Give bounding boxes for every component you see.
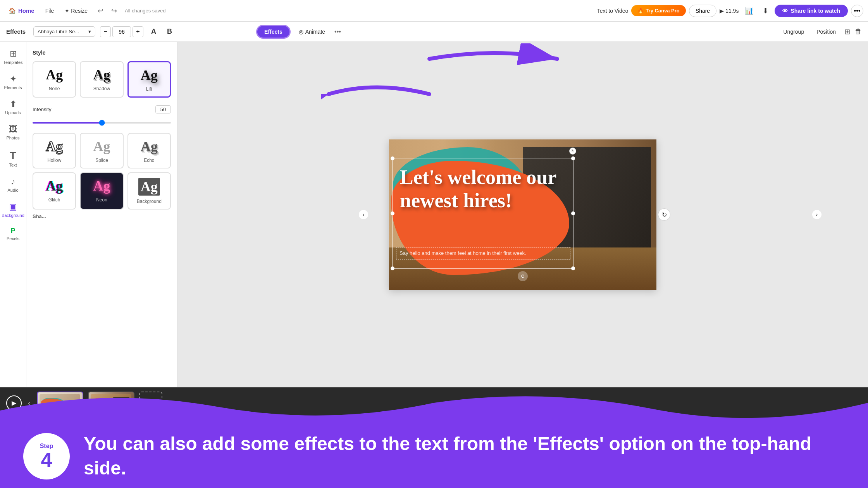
effect-none-label: None: [49, 86, 60, 91]
pexels-icon: P: [10, 227, 15, 235]
left-arrow-annotation: [321, 77, 437, 112]
effect-glitch-preview: Ag: [46, 178, 63, 194]
resize-label: Resize: [71, 8, 88, 14]
background-icon: ▣: [9, 202, 17, 212]
background-label: Background: [2, 213, 24, 218]
effect-lift-preview: Ag: [141, 67, 158, 83]
style-section-title: Style: [33, 50, 171, 56]
sidebar: ⊞ Templates ✦ Elements ⬆ Uploads 🖼 Photo…: [0, 42, 26, 387]
position-button[interactable]: Position: [813, 26, 840, 37]
sidebar-item-templates[interactable]: ⊞ Templates: [2, 45, 25, 69]
more-toolbar-options-button[interactable]: •••: [334, 28, 341, 35]
font-size-control: − +: [100, 26, 143, 37]
effect-shadow-label: Shadow: [93, 86, 110, 91]
intensity-slider[interactable]: [33, 122, 171, 124]
step-number: 4: [41, 450, 52, 470]
photos-label: Photos: [6, 136, 19, 140]
home-label: Home: [18, 7, 34, 14]
step-content: Step 4 You can also add some effects to …: [0, 432, 868, 480]
home-icon: 🏠: [9, 7, 16, 14]
effect-none-preview: Ag: [46, 67, 63, 83]
effect-lift-card[interactable]: Ag Lift: [127, 61, 171, 98]
effect-none-card[interactable]: Ag None: [33, 61, 76, 98]
saved-status: All changes saved: [125, 8, 166, 14]
ungroup-button[interactable]: Ungroup: [779, 26, 808, 37]
more-options-button[interactable]: •••: [851, 5, 863, 17]
text-label: Text: [9, 163, 17, 167]
try-pro-button[interactable]: 🔥 Try Canva Pro: [631, 5, 685, 16]
delete-icon[interactable]: 🗑: [855, 27, 862, 36]
sidebar-item-pexels[interactable]: P Pexels: [2, 223, 25, 245]
chart-icon-button[interactable]: 📊: [742, 5, 756, 17]
effect-background-card[interactable]: Ag Background: [127, 172, 171, 210]
effects-style-grid: Ag None Ag Shadow Ag Lift: [33, 61, 171, 98]
canvas-area[interactable]: ↻ Let's welcome our newest hires! Say he…: [177, 42, 868, 387]
effect-shadow-preview: Ag: [93, 67, 110, 83]
effect-lift-label: Lift: [146, 86, 152, 92]
effect-echo-preview: Ag: [141, 138, 158, 155]
transparency-icon[interactable]: ⊞: [844, 27, 850, 36]
templates-label: Templates: [3, 60, 22, 65]
canvas-headline: Let's welcome our newest hires!: [400, 166, 570, 212]
canvas-prev-button[interactable]: ‹: [359, 210, 368, 219]
intensity-row: Intensity: [33, 105, 171, 113]
effect-splice-card[interactable]: Ag Splice: [80, 133, 123, 168]
right-arrow-annotation: [425, 43, 565, 74]
chevron-down-icon: ▾: [88, 29, 91, 34]
undo-button[interactable]: ↩: [95, 5, 107, 17]
effects-button[interactable]: Effects: [257, 26, 289, 38]
eye-icon: 👁: [782, 8, 788, 14]
effect-splice-preview: Ag: [93, 138, 110, 155]
file-menu[interactable]: File: [41, 5, 58, 16]
sidebar-item-text[interactable]: T Text: [2, 146, 25, 171]
text-type-button[interactable]: A: [148, 26, 159, 37]
photos-icon: 🖼: [9, 124, 17, 134]
effect-hollow-card[interactable]: Ag Hollow: [33, 133, 76, 168]
text-to-video-label: Text to Video: [597, 8, 629, 14]
share-button[interactable]: Share: [689, 5, 716, 17]
redo-button[interactable]: ↪: [108, 5, 120, 17]
secondary-toolbar: Effects Abhaya Libre Se... ▾ − + A B Eff…: [0, 22, 868, 42]
refresh-button[interactable]: ↻: [658, 208, 670, 221]
effect-hollow-label: Hollow: [47, 158, 61, 163]
download-button[interactable]: ⬇: [760, 5, 772, 17]
font-size-input[interactable]: [112, 26, 131, 37]
font-selector[interactable]: Abhaya Libre Se... ▾: [33, 26, 95, 37]
intensity-input[interactable]: [155, 105, 171, 113]
canvas-frame[interactable]: ↻ Let's welcome our newest hires! Say he…: [389, 139, 656, 290]
uploads-label: Uploads: [5, 110, 21, 115]
decrease-font-size-button[interactable]: −: [100, 26, 111, 37]
bold-button[interactable]: B: [164, 26, 175, 37]
canvas-next-button[interactable]: ›: [812, 210, 822, 219]
effect-neon-preview: Ag: [93, 178, 110, 194]
effect-splice-label: Splice: [95, 158, 108, 163]
sidebar-item-audio[interactable]: ♪ Audio: [2, 173, 25, 196]
effects-panel: Style Ag None Ag Shadow Ag Lift Intensit…: [26, 42, 177, 387]
sidebar-item-uploads[interactable]: ⬆ Uploads: [2, 95, 25, 119]
sidebar-item-background[interactable]: ▣ Background: [2, 198, 25, 222]
effect-neon-label: Neon: [96, 197, 107, 203]
animate-icon: ◎: [299, 29, 303, 35]
canvas-subtext: Say hello and make them feel at home in …: [400, 250, 567, 257]
bottom-wave-section: Step 4 You can also add some effects to …: [0, 387, 868, 488]
sidebar-item-photos[interactable]: 🖼 Photos: [2, 120, 25, 144]
home-button[interactable]: 🏠 Home: [5, 5, 38, 17]
shape-section-hint: Sha...: [33, 213, 171, 219]
effect-shadow-card[interactable]: Ag Shadow: [80, 61, 123, 98]
elements-icon: ✦: [10, 74, 17, 84]
effect-neon-card[interactable]: Ag Neon: [80, 172, 123, 210]
animate-button[interactable]: ◎ Animate: [294, 26, 330, 37]
effect-glitch-label: Glitch: [48, 197, 60, 203]
fire-icon: 🔥: [637, 8, 644, 14]
sidebar-item-elements[interactable]: ✦ Elements: [2, 70, 25, 94]
top-navigation: 🏠 Home File ✦ Resize ↩ ↪ All changes sav…: [0, 0, 868, 22]
elements-label: Elements: [4, 85, 22, 90]
effect-echo-card[interactable]: Ag Echo: [127, 133, 171, 168]
effect-glitch-card[interactable]: Ag Glitch: [33, 172, 76, 210]
increase-font-size-button[interactable]: +: [133, 26, 143, 37]
effect-background-label: Background: [137, 199, 162, 204]
resize-icon: ✦: [65, 8, 69, 14]
resize-button[interactable]: ✦ Resize: [61, 5, 91, 16]
share-watch-button[interactable]: 👁 Share link to watch: [775, 5, 848, 17]
toolbar-panel-title: Effects: [6, 28, 26, 35]
